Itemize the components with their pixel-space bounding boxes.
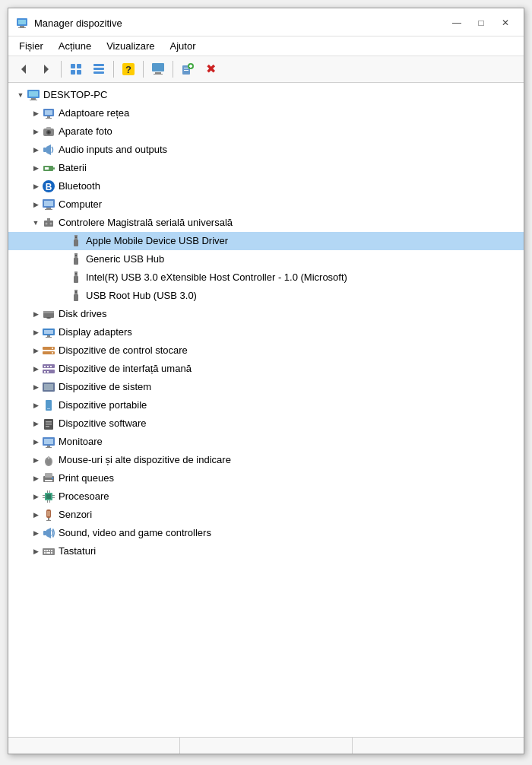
tree-item-senzori[interactable]: ▶ Senzori — [8, 506, 524, 524]
expand-toggle-procesoare[interactable]: ▶ — [30, 490, 42, 503]
expand-toggle-hid[interactable]: ▶ — [30, 363, 42, 375]
sistem-label: Dispozitive de sistem — [59, 379, 151, 395]
remove-button[interactable]: ✖ — [200, 59, 221, 79]
tree-item-usb-controllers[interactable]: ▼ Controlere Magistrală serială universa… — [8, 214, 524, 232]
expand-toggle-stocare[interactable]: ▶ — [30, 344, 42, 357]
usb-controller-icon — [42, 216, 55, 230]
tree-item-computer[interactable]: ▶ Computer — [8, 195, 524, 214]
keyboard-icon — [42, 544, 55, 558]
svg-text:✖: ✖ — [206, 62, 216, 75]
menu-fisier[interactable]: Fișier — [11, 38, 51, 54]
expand-toggle-computer[interactable]: ▶ — [30, 198, 42, 211]
expand-toggle-sistem[interactable]: ▶ — [30, 381, 42, 393]
generic-usb-label: Generic USB Hub — [86, 252, 164, 267]
tree-item-print[interactable]: ▶ Print queues — [8, 469, 524, 487]
bluetooth-icon: B — [42, 179, 55, 193]
svg-rect-7 — [77, 64, 81, 68]
expand-toggle-adaptoare[interactable]: ▶ — [30, 107, 42, 119]
sound-icon — [42, 526, 55, 540]
expand-toggle-senzori[interactable]: ▶ — [30, 509, 42, 521]
tree-item-adaptoare[interactable]: ▶ Adaptoare rețea — [8, 104, 524, 122]
svg-rect-41 — [45, 167, 49, 170]
svg-rect-100 — [45, 480, 52, 481]
expand-toggle-software[interactable]: ▶ — [30, 417, 42, 430]
tree-item-baterii[interactable]: ▶ Baterii — [8, 159, 524, 177]
play-button[interactable] — [147, 59, 169, 79]
tree-item-aparate-foto[interactable]: ▶ Aparate foto — [8, 122, 524, 141]
tree-item-bluetooth[interactable]: ▶ B Bluetooth — [8, 177, 524, 195]
minimize-button[interactable]: — — [446, 14, 467, 31]
tree-item-apple-usb[interactable]: ▶ Apple Mobile Device USB Driver — [8, 232, 524, 250]
tree-item-intel-usb[interactable]: ▶ Intel(R) USB 3.0 eXtensible Host Contr… — [8, 268, 524, 287]
expand-toggle-tastaturi[interactable]: ▶ — [30, 545, 42, 557]
expand-toggle-display[interactable]: ▶ — [30, 326, 42, 338]
tree-item-generic-usb[interactable]: ▶ Generic USB Hub — [8, 250, 524, 268]
tree-item-disk-drives[interactable]: ▶ Disk drives — [8, 305, 524, 323]
usb-device-icon-apple — [69, 234, 83, 248]
tree-root[interactable]: ▼ DESKTOP-PC — [8, 86, 524, 104]
tree-item-procesoare[interactable]: ▶ Procesoare — [8, 487, 524, 506]
svg-rect-99 — [45, 473, 52, 478]
svg-rect-60 — [75, 273, 77, 275]
tree-item-sound[interactable]: ▶ Sound, video and game controllers — [8, 524, 524, 542]
list-button[interactable] — [88, 59, 109, 79]
help-button[interactable]: ? — [118, 59, 139, 79]
hid-icon — [42, 362, 55, 376]
show-hide-button[interactable] — [65, 59, 87, 79]
expand-toggle-root[interactable]: ▼ — [14, 89, 27, 101]
tree-item-portabile[interactable]: ▶ Dispozitive portabile — [8, 396, 524, 414]
back-button[interactable] — [13, 59, 34, 79]
computer-label: Computer — [59, 197, 102, 212]
svg-rect-81 — [47, 371, 49, 373]
tree-item-stocare[interactable]: ▶ Dispozitive de control stocare — [8, 341, 524, 360]
expand-toggle-audio[interactable]: ▶ — [30, 144, 42, 156]
forward-button[interactable] — [36, 59, 57, 79]
svg-rect-122 — [51, 550, 52, 551]
device-tree[interactable]: ▼ DESKTOP-PC ▶ — [8, 83, 524, 737]
svg-rect-59 — [74, 276, 78, 283]
maximize-button[interactable]: □ — [470, 14, 492, 31]
svg-rect-116 — [43, 531, 46, 535]
tree-item-display-adapters[interactable]: ▶ Display adapters — [8, 323, 524, 341]
tree-item-sistem[interactable]: ▶ Dispozitive de sistem — [8, 378, 524, 396]
menu-actiune[interactable]: Acțiune — [51, 38, 99, 54]
close-button[interactable]: ✕ — [495, 14, 516, 31]
status-segment-3 — [353, 738, 524, 754]
audio-label: Audio inputs and outputs — [59, 142, 167, 157]
menu-ajutor[interactable]: Ajutor — [163, 38, 204, 54]
tree-item-usb-root[interactable]: ▶ USB Root Hub (USB 3.0) — [8, 287, 524, 305]
tree-item-audio[interactable]: ▶ Audio inputs and outputs — [8, 141, 524, 159]
camera-icon — [42, 125, 55, 138]
expand-toggle-aparate-foto[interactable]: ▶ — [30, 125, 42, 138]
add-driver-icon — [181, 62, 195, 76]
svg-rect-101 — [52, 478, 53, 479]
add-driver-button[interactable] — [177, 59, 198, 79]
tree-item-tastaturi[interactable]: ▶ Tastaturi — [8, 542, 524, 560]
expand-toggle-baterii[interactable]: ▶ — [30, 162, 42, 174]
tree-item-mouse[interactable]: ▶ Mouse-uri și alte dispozitive de indic… — [8, 451, 524, 469]
expand-toggle-sound[interactable]: ▶ — [30, 527, 42, 539]
usb-device-icon-root — [69, 289, 83, 303]
menu-vizualizare[interactable]: Vizualizare — [99, 38, 162, 54]
expand-toggle-bluetooth[interactable]: ▶ — [30, 180, 42, 192]
procesoare-label: Procesoare — [59, 489, 109, 504]
svg-rect-123 — [44, 552, 46, 554]
svg-rect-88 — [46, 424, 52, 425]
svg-rect-70 — [46, 337, 52, 338]
svg-rect-31 — [47, 116, 50, 118]
expand-toggle-usb[interactable]: ▼ — [30, 217, 42, 229]
expand-toggle-print[interactable]: ▶ — [30, 472, 42, 484]
tree-item-hid[interactable]: ▶ Dispozitive de interfață umană — [8, 360, 524, 378]
svg-rect-93 — [46, 447, 52, 448]
tree-item-monitoare[interactable]: ▶ Monitoare — [8, 433, 524, 451]
tree-item-software[interactable]: ▶ Dispozitive software — [8, 414, 524, 433]
svg-point-35 — [48, 132, 50, 134]
status-segment-2 — [180, 738, 352, 754]
aparate-foto-label: Aparate foto — [59, 124, 112, 139]
expand-toggle-monitoare[interactable]: ▶ — [30, 436, 42, 448]
expand-toggle-mouse[interactable]: ▶ — [30, 454, 42, 466]
mouse-label: Mouse-uri și alte dispozitive de indicar… — [59, 452, 231, 468]
expand-toggle-portabile[interactable]: ▶ — [30, 399, 42, 411]
svg-rect-23 — [189, 65, 192, 67]
expand-toggle-disk[interactable]: ▶ — [30, 308, 42, 320]
